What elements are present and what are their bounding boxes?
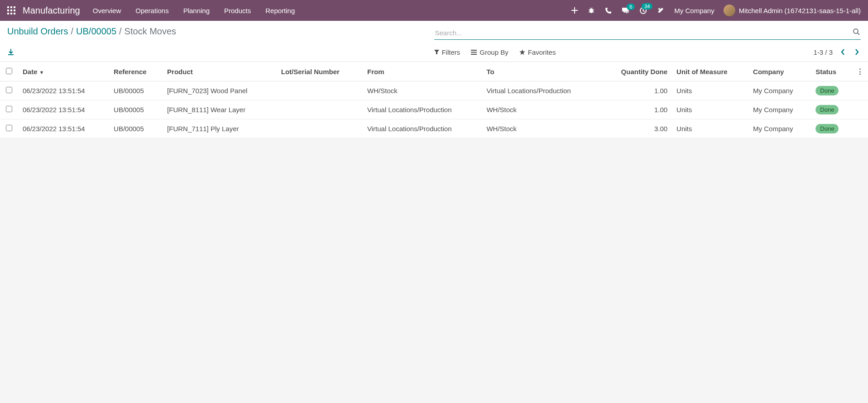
table-row[interactable]: 06/23/2022 13:51:54UB/00005[FURN_7023] W… [0,81,868,100]
pager: 1-3 / 3 [813,47,861,57]
apps-icon[interactable] [7,6,15,14]
cell-date: 06/23/2022 13:51:54 [18,100,109,119]
table-header-row: Date▼ Reference Product Lot/Serial Numbe… [0,62,868,81]
company-switcher[interactable]: My Company [674,7,714,14]
plus-icon[interactable] [571,7,578,14]
row-checkbox[interactable] [6,106,12,112]
row-checkbox[interactable] [6,125,12,131]
export-button[interactable] [7,48,14,56]
user-menu[interactable]: Mitchell Admin (16742131-saas-15-1-all) [724,5,861,16]
breadcrumb-current: Stock Moves [125,26,176,37]
cell-company: My Company [748,100,811,119]
phone-icon[interactable] [605,7,612,14]
cell-qty: 1.00 [601,81,672,100]
cell-uom: Units [672,119,748,138]
main-navbar: Manufacturing Overview Operations Planni… [0,0,868,21]
svg-rect-22 [471,50,477,51]
list-icon [471,50,477,55]
messages-badge: 6 [627,4,635,10]
activities-icon[interactable]: 34 [639,7,647,14]
activities-badge: 34 [642,3,652,9]
bug-icon[interactable] [588,7,595,14]
th-company[interactable]: Company [748,62,811,81]
svg-rect-8 [14,13,15,14]
cell-to: Virtual Locations/Production [482,81,601,100]
status-badge: Done [815,86,839,95]
cell-lot [277,81,363,100]
status-badge: Done [815,124,839,133]
cell-reference: UB/00005 [109,119,163,138]
cell-date: 06/23/2022 13:51:54 [18,81,109,100]
th-product[interactable]: Product [163,62,277,81]
cell-product: [FURN_8111] Wear Layer [163,100,277,119]
filters-dropdown[interactable]: Filters [434,48,460,56]
menu-reporting[interactable]: Reporting [265,7,295,14]
svg-rect-24 [471,54,477,55]
main-menu: Overview Operations Planning Products Re… [93,7,295,14]
th-to[interactable]: To [482,62,601,81]
svg-point-19 [854,29,858,33]
breadcrumb-parent[interactable]: UB/00005 [76,26,116,37]
control-panel: Unbuild Orders / UB/00005 / Stock Moves … [0,21,868,62]
svg-point-11 [590,9,593,13]
menu-products[interactable]: Products [224,7,251,14]
svg-rect-2 [14,6,15,8]
cell-product: [FURN_7023] Wood Panel [163,81,277,100]
table-row[interactable]: 06/23/2022 13:51:54UB/00005[FURN_7111] P… [0,119,868,138]
select-all-checkbox[interactable] [6,68,12,74]
th-reference[interactable]: Reference [109,62,163,81]
row-checkbox[interactable] [6,87,12,93]
pager-text[interactable]: 1-3 / 3 [813,48,833,56]
menu-operations[interactable]: Operations [135,7,168,14]
pager-prev[interactable] [839,47,847,57]
search-icon[interactable] [853,28,860,35]
svg-rect-4 [10,9,12,11]
th-date[interactable]: Date▼ [18,62,109,81]
cell-to: WH/Stock [482,119,601,138]
cell-from: Virtual Locations/Production [363,119,482,138]
breadcrumb: Unbuild Orders / UB/00005 / Stock Moves [7,26,176,37]
svg-rect-0 [7,6,9,8]
menu-planning[interactable]: Planning [183,7,210,14]
cell-from: Virtual Locations/Production [363,100,482,119]
cell-product: [FURN_7111] Ply Layer [163,119,277,138]
cell-company: My Company [748,81,811,100]
systray: 6 34 [571,7,664,14]
cell-status: Done [811,119,852,138]
cell-qty: 3.00 [601,119,672,138]
cell-lot [277,100,363,119]
menu-overview[interactable]: Overview [93,7,121,14]
favorites-dropdown[interactable]: Favorites [519,48,556,56]
cell-status: Done [811,100,852,119]
app-title[interactable]: Manufacturing [23,5,80,16]
svg-rect-5 [14,9,15,11]
pager-next[interactable] [853,47,861,57]
column-options-icon[interactable]: ⋮ [852,62,868,81]
cell-date: 06/23/2022 13:51:54 [18,119,109,138]
svg-rect-6 [7,13,9,14]
svg-rect-21 [8,54,14,55]
cell-reference: UB/00005 [109,81,163,100]
tools-icon[interactable] [657,7,664,14]
svg-line-16 [590,8,591,9]
svg-rect-3 [7,9,9,11]
th-from[interactable]: From [363,62,482,81]
messages-icon[interactable]: 6 [622,7,629,14]
svg-line-12 [589,9,590,10]
th-qty[interactable]: Quantity Done [601,62,672,81]
filters-bar: Filters Group By Favorites 1-3 / 3 [434,47,861,57]
svg-rect-1 [10,6,12,8]
svg-line-20 [858,33,859,35]
svg-line-15 [593,12,594,12]
th-uom[interactable]: Unit of Measure [672,62,748,81]
table-row[interactable]: 06/23/2022 13:51:54UB/00005[FURN_8111] W… [0,100,868,119]
th-status[interactable]: Status [811,62,852,81]
cell-from: WH/Stock [363,81,482,100]
breadcrumb-root[interactable]: Unbuild Orders [7,26,68,37]
search-wrap [434,26,861,40]
th-lot[interactable]: Lot/Serial Number [277,62,363,81]
status-badge: Done [815,105,839,114]
groupby-dropdown[interactable]: Group By [471,48,508,56]
cell-uom: Units [672,81,748,100]
search-input[interactable] [434,26,861,40]
